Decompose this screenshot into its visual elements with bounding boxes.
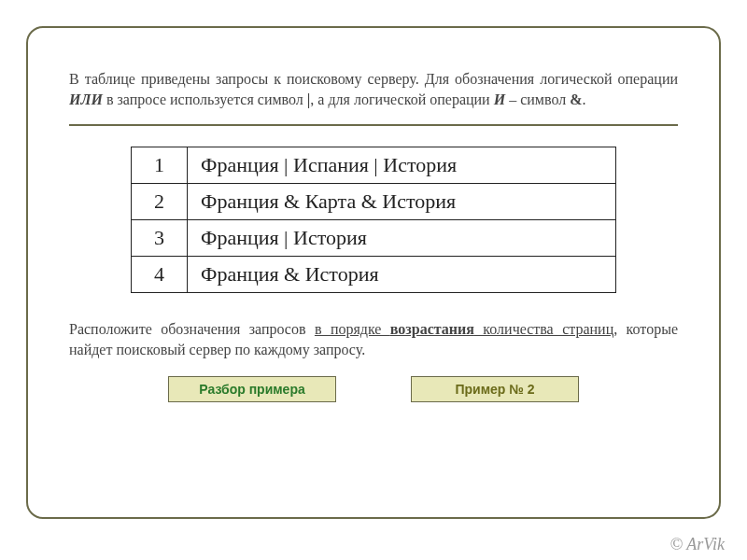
table-row: 4 Франция & История [132, 257, 616, 293]
task-part1: Расположите обозначения запросов [69, 321, 315, 337]
table-row: 2 Франция & Карта & История [132, 184, 616, 220]
queries-table: 1 Франция | Испания | История 2 Франция … [131, 147, 616, 293]
task-emph: возрастания [390, 321, 474, 337]
intro-part1: В таблице приведены запросы к поисковому… [69, 71, 678, 87]
example-2-button[interactable]: Пример № 2 [411, 376, 579, 402]
intro-part4: – символ [505, 91, 570, 107]
intro-ili: ИЛИ [69, 91, 103, 107]
row-number: 4 [132, 257, 188, 293]
task-ul1: в порядке [315, 321, 390, 337]
intro-part2: в запросе используется символ [103, 91, 307, 107]
content-frame: В таблице приведены запросы к поисковому… [26, 26, 721, 519]
row-number: 2 [132, 184, 188, 220]
intro-part3: , а для логической операции [310, 91, 493, 107]
intro-i: И [494, 91, 505, 107]
row-query: Франция | История [188, 220, 616, 257]
row-query: Франция | Испания | История [188, 147, 616, 184]
task-text: Расположите обозначения запросов в поряд… [69, 319, 678, 359]
table-row: 1 Франция | Испания | История [132, 147, 616, 184]
explain-example-button[interactable]: Разбор примера [168, 376, 336, 402]
intro-sym2: & [570, 91, 582, 107]
divider [69, 124, 678, 126]
button-row: Разбор примера Пример № 2 [69, 376, 678, 402]
row-query: Франция & История [188, 257, 616, 293]
table-row: 3 Франция | История [132, 220, 616, 257]
intro-part5: . [582, 91, 585, 107]
copyright: © ArVik [670, 535, 726, 554]
row-query: Франция & Карта & История [188, 184, 616, 220]
row-number: 1 [132, 147, 188, 184]
intro-text: В таблице приведены запросы к поисковому… [69, 69, 678, 109]
row-number: 3 [132, 220, 188, 257]
task-ul2: количества страниц [474, 321, 613, 337]
